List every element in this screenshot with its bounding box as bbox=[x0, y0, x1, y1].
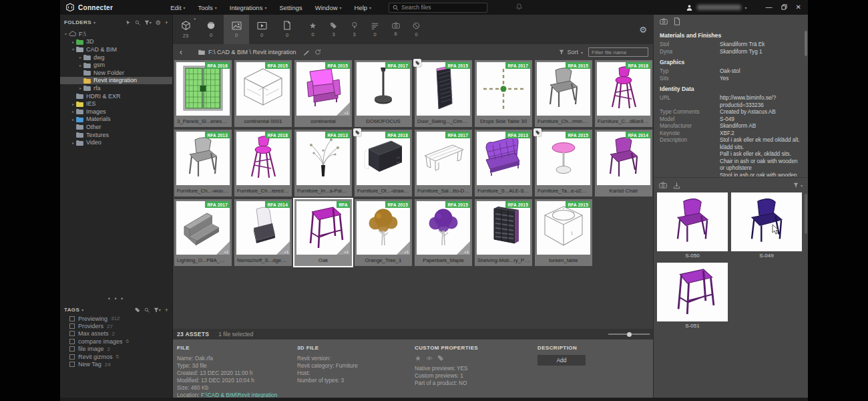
tag-item-compare-images[interactable]: compare images6 bbox=[60, 338, 172, 345]
asset-card[interactable]: RFA 2017Furniture_Sal...tto-Dining-R bbox=[415, 130, 472, 196]
star-icon[interactable] bbox=[415, 355, 421, 362]
menu-help[interactable]: Help▾ bbox=[355, 4, 372, 11]
tag-checkbox[interactable] bbox=[69, 346, 75, 352]
filter-icon[interactable]: ▾ bbox=[154, 307, 161, 313]
tag-item-previewing[interactable]: Previewing312 bbox=[60, 315, 172, 322]
folder-item-images[interactable]: ▸Images bbox=[60, 108, 172, 116]
tree-expand-arrow[interactable]: ▸ bbox=[70, 39, 76, 44]
tag-item-file-image[interactable]: file image2 bbox=[60, 346, 172, 353]
back-button[interactable]: ‹ bbox=[180, 47, 182, 57]
asset-card[interactable]: RFA 2018Furniture_C...dBar82.0002 bbox=[595, 60, 652, 127]
asset-card[interactable]: RFA 2015+1continental bbox=[294, 60, 352, 127]
folder-item-revit-integration[interactable]: Revit integration bbox=[60, 77, 172, 85]
tree-expand-arrow[interactable]: ▸ bbox=[70, 102, 76, 106]
asset-card[interactable]: RFA 2015+1Orange_Tree_1 bbox=[355, 199, 412, 266]
asset-card[interactable]: RFA+1Oak bbox=[294, 199, 352, 266]
export-icon[interactable] bbox=[673, 182, 680, 189]
tree-expand-arrow[interactable]: ▸ bbox=[77, 86, 83, 90]
tab-lights[interactable]: 3 bbox=[344, 15, 365, 44]
properties-scrollbar[interactable] bbox=[805, 31, 807, 56]
tags-icon[interactable] bbox=[135, 307, 140, 313]
folder-item-materials[interactable]: ▸Materials bbox=[60, 116, 172, 124]
type-preview-card[interactable]: S-051 bbox=[657, 263, 728, 330]
add-description-button[interactable]: Add bbox=[537, 355, 586, 366]
filter-filename-input[interactable] bbox=[588, 47, 648, 57]
folder-item-hdri-exr[interactable]: HDRI & EXR bbox=[60, 92, 172, 100]
tab-3d-models[interactable]: ▾23 bbox=[173, 15, 198, 44]
asset-card[interactable]: RFA 2018Furniture_Ch...tered-SH750 bbox=[234, 130, 292, 196]
tags-title[interactable]: TAGS▾ bbox=[64, 307, 84, 313]
folder-item-textures[interactable]: Textures bbox=[60, 131, 172, 139]
search-icon[interactable] bbox=[144, 307, 150, 313]
close-button[interactable]: ✕ bbox=[796, 4, 801, 11]
asset-card[interactable]: RFA 2013Furniture_In...a-Palm 0001 bbox=[294, 130, 352, 196]
splitter-handle[interactable]: • • • bbox=[60, 297, 172, 302]
tab-videos[interactable]: 0 bbox=[249, 15, 274, 44]
add-folder-icon[interactable]: + bbox=[165, 19, 168, 26]
breadcrumb[interactable]: F:\ CAD & BIM \ Revit integration bbox=[198, 49, 296, 55]
asset-card[interactable]: RFA 2017Drops Side Table 30 bbox=[475, 60, 532, 127]
global-search-input[interactable]: Search files bbox=[389, 3, 487, 13]
search-icon[interactable] bbox=[135, 20, 140, 25]
folder-item-video[interactable]: ▸Video bbox=[60, 138, 172, 146]
folder-item-dwg[interactable]: ▸dwg bbox=[60, 53, 172, 61]
asset-card[interactable]: RFA 2015continental 0001 bbox=[234, 60, 292, 127]
folder-item-rfa[interactable]: ▸rfa bbox=[60, 84, 172, 92]
thumbnail-size-slider[interactable] bbox=[608, 333, 650, 335]
previews-scrollbar[interactable] bbox=[805, 194, 807, 234]
app-logo[interactable]: Connecter bbox=[65, 3, 113, 12]
asset-card[interactable]: RFA 2015tureen_table bbox=[535, 199, 592, 266]
asset-card[interactable]: RFA 2017DOMOFOCUS bbox=[355, 60, 412, 127]
tag-checkbox[interactable] bbox=[69, 331, 75, 336]
tag-checkbox[interactable] bbox=[69, 354, 75, 360]
asset-card[interactable]: RFA 20163_Panels_Sl...eries_Doors bbox=[174, 60, 232, 127]
asset-card[interactable]: RFA 2014Karlsö Chair bbox=[595, 130, 652, 196]
tag-checkbox[interactable] bbox=[69, 339, 75, 344]
tag-item-new-tag[interactable]: New Tag24 bbox=[60, 360, 172, 368]
minimize-button[interactable]: — bbox=[766, 4, 773, 11]
asset-card[interactable]: RFA 2015Shelving-Mob...ry_Platform bbox=[475, 199, 532, 266]
asset-card[interactable]: RFA 2018Furniture_Ot...-drawer-FM1 bbox=[355, 130, 412, 196]
refresh-icon[interactable] bbox=[314, 46, 321, 58]
tree-expand-arrow[interactable]: ▸ bbox=[70, 117, 76, 122]
tab-images[interactable]: 0 bbox=[224, 15, 249, 44]
folder-item-other[interactable]: Other bbox=[60, 123, 172, 131]
tree-expand-arrow[interactable]: ▸ bbox=[70, 140, 76, 145]
tab-collections[interactable]: 0 bbox=[365, 15, 385, 44]
eye-icon[interactable] bbox=[426, 356, 433, 361]
menu-window[interactable]: Window▾ bbox=[315, 4, 342, 11]
asset-card[interactable]: RFA 2017+1Lighting_O...PBA_チャンネル bbox=[174, 199, 232, 266]
tree-expand-arrow[interactable]: ▾ bbox=[63, 31, 69, 36]
camera-icon[interactable] bbox=[660, 18, 668, 25]
menu-edit[interactable]: Edit▾ bbox=[170, 4, 185, 11]
asset-card[interactable]: RFA 2015+1Paperbark_Maple bbox=[415, 199, 472, 266]
asset-card[interactable]: RFA 2015Door_Swing..._Cimes_EN bbox=[415, 60, 472, 127]
folder-item-gsm[interactable]: ▸gsm bbox=[60, 61, 172, 69]
asset-card[interactable]: RFA 2014+1Nemschoff_S...dgeSection bbox=[234, 199, 292, 266]
asset-card[interactable]: RFA 2013Furniture_Ch...-wood-chair bbox=[174, 130, 232, 196]
view-settings-gear-icon[interactable]: ⚙ bbox=[639, 15, 647, 44]
tab-materials[interactable]: 0 bbox=[198, 15, 224, 44]
tab-favorites[interactable]: 0 bbox=[302, 15, 323, 44]
folder-item-new-folder[interactable]: New Folder bbox=[60, 69, 172, 77]
asset-card[interactable]: RFA 2015Furniture_Ta...e-o290-H500 bbox=[535, 130, 592, 196]
tab-tagged[interactable]: 3 bbox=[323, 15, 344, 44]
folder-item-3d[interactable]: ▸3D bbox=[60, 38, 172, 46]
asset-card[interactable]: RFA 2013Furniture_S...ALE-SOFA-2 bbox=[475, 130, 532, 196]
tag-checkbox[interactable] bbox=[69, 316, 75, 321]
restore-button[interactable] bbox=[781, 4, 787, 11]
tree-expand-arrow[interactable]: ▸ bbox=[77, 55, 83, 59]
menu-integrations[interactable]: Integrations▾ bbox=[230, 4, 267, 11]
sort-control[interactable]: Sort▾ bbox=[559, 49, 583, 55]
locate-icon[interactable] bbox=[126, 20, 131, 25]
tag-item-revit-gizmos[interactable]: Revit gizmos5 bbox=[60, 353, 172, 360]
type-preview-card[interactable]: S-049 bbox=[731, 192, 802, 260]
tree-expand-arrow[interactable]: ▸ bbox=[70, 109, 76, 114]
tag-item-max-assets[interactable]: Max assets2 bbox=[60, 330, 172, 338]
gear-icon[interactable]: ⚙ bbox=[156, 19, 161, 26]
tag-icon[interactable] bbox=[437, 355, 444, 362]
menu-settings[interactable]: Settings bbox=[279, 4, 302, 11]
filter-icon[interactable]: ▾ bbox=[144, 20, 152, 25]
tab-captures[interactable]: 6 bbox=[385, 15, 406, 44]
add-tag-icon[interactable]: + bbox=[165, 307, 168, 313]
